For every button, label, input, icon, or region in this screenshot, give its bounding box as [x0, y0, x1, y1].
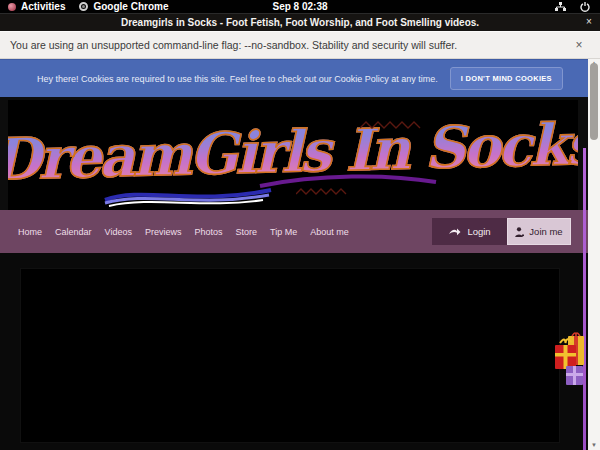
desktop-screen: Activities Google Chrome Sep 8 02:38	[0, 0, 600, 450]
chrome-icon	[79, 2, 88, 11]
distro-logo-icon	[8, 3, 16, 11]
nav-menu: Home Calendar Videos Previews Photos Sto…	[0, 227, 349, 237]
person-icon	[515, 227, 524, 237]
nav-item-calendar[interactable]: Calendar	[55, 227, 92, 237]
network-icon[interactable]	[555, 2, 566, 12]
site-header: DreamGirls In Socks	[0, 97, 600, 210]
login-label: Login	[467, 226, 490, 237]
activities-label: Activities	[21, 1, 65, 12]
nav-item-tipme[interactable]: Tip Me	[270, 227, 297, 237]
flag-warning-text: You are using an unsupported command-lin…	[0, 39, 457, 51]
infobar-close-icon[interactable]: ×	[572, 38, 586, 52]
site-logo-text: DreamGirls In Socks	[8, 109, 578, 192]
nav-item-photos[interactable]: Photos	[194, 227, 222, 237]
cookie-message: Hey there! Cookies are required to use t…	[37, 74, 438, 84]
join-button[interactable]: Join me	[507, 218, 571, 245]
login-button[interactable]: Login	[432, 218, 507, 245]
gnome-top-bar: Activities Google Chrome Sep 8 02:38	[0, 0, 600, 13]
site-navbar: Home Calendar Videos Previews Photos Sto…	[0, 210, 600, 253]
browser-tab-strip: Dreamgirls in Socks - Foot Fetish, Foot …	[0, 13, 600, 31]
gifts-promo-icon[interactable]	[555, 329, 584, 391]
main-content	[0, 253, 600, 450]
nav-item-aboutme[interactable]: About me	[310, 227, 349, 237]
active-app-label: Google Chrome	[93, 1, 168, 12]
join-label: Join me	[529, 226, 562, 237]
tab-title[interactable]: Dreamgirls in Socks - Foot Fetish, Foot …	[0, 17, 600, 28]
active-app-menu[interactable]: Google Chrome	[79, 0, 168, 13]
scrollbar-thumb[interactable]	[590, 63, 598, 140]
flag-warning-infobar: You are using an unsupported command-lin…	[0, 31, 600, 59]
power-icon[interactable]	[580, 2, 590, 12]
nav-item-videos[interactable]: Videos	[105, 227, 132, 237]
scrollbar-down-icon[interactable]: ▼	[588, 441, 600, 450]
page-edge-accent-line	[583, 148, 586, 450]
nav-item-store[interactable]: Store	[235, 227, 257, 237]
site-logo[interactable]: DreamGirls In Socks	[8, 100, 578, 210]
cookie-accept-button[interactable]: I DON'T MIND COOKIES	[450, 67, 563, 90]
video-player[interactable]	[20, 268, 560, 443]
cookie-banner: Hey there! Cookies are required to use t…	[0, 59, 600, 97]
browser-scrollbar[interactable]: ▲ ▼	[588, 59, 600, 450]
nav-item-home[interactable]: Home	[18, 227, 42, 237]
tab-close-icon[interactable]: ×	[583, 16, 595, 27]
logo-squiggle-decoration	[296, 186, 352, 198]
activities-button[interactable]: Activities	[8, 0, 65, 13]
login-arrow-icon	[448, 227, 461, 236]
nav-item-previews[interactable]: Previews	[145, 227, 182, 237]
